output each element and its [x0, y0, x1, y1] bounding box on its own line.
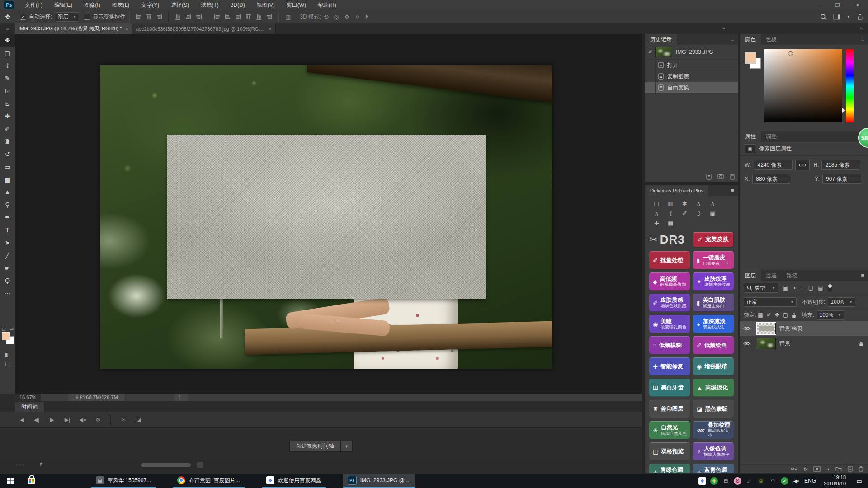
play-button[interactable]: ▶ — [44, 417, 60, 423]
menu-item[interactable]: 视图(V) — [251, 0, 281, 10]
menu-item[interactable]: 图像(I) — [78, 0, 106, 10]
foreground-color-swatch[interactable] — [745, 52, 756, 64]
photo-document[interactable] — [100, 65, 552, 369]
align-horizontal-centers-icon[interactable] — [146, 14, 152, 20]
taskbar-app-baidu-netdisk[interactable]: ❖ 欢迎使用百度网盘 — [262, 474, 326, 488]
3d-pan-icon[interactable]: ✥ — [344, 14, 349, 20]
baidu-netdisk-tray-icon[interactable]: ❖ — [698, 477, 706, 485]
dr-action-button[interactable]: ✚ 智能修复 — [649, 357, 690, 375]
dr-tool-icon[interactable]: ✱ — [678, 199, 692, 209]
start-button[interactable] — [0, 474, 21, 488]
3d-camera-icon[interactable]: ⏵ — [365, 13, 368, 20]
distribute-horizontal-centers-icon[interactable] — [255, 14, 262, 20]
layers-panel-tab[interactable]: 图层 — [740, 270, 761, 281]
align-right-edges-icon[interactable] — [156, 14, 163, 20]
qq-tray-icon[interactable]: ʘ — [734, 477, 741, 485]
next-frame-button[interactable]: ▶| — [60, 417, 75, 423]
history-snapshot-row[interactable]: ✐ IMG_2933.JPG — [645, 45, 738, 60]
taskbar-clock[interactable]: 19:18 2018/8/10 — [824, 474, 846, 487]
dr-action-button[interactable]: ◫ 双格预览 — [649, 442, 690, 460]
dr-action-button[interactable]: ◆ 高低频 低模糊高仿制 — [649, 272, 690, 291]
toolbar-tool[interactable]: ✚ — [0, 110, 15, 122]
toolbar-expand[interactable]: » — [0, 23, 15, 34]
collapse-panels-icon[interactable]: » — [722, 25, 725, 31]
3d-roll-icon[interactable]: ◎ — [334, 14, 339, 20]
add-layer-mask-icon[interactable] — [813, 466, 821, 472]
share-icon[interactable] — [857, 14, 863, 20]
align-top-edges-icon[interactable] — [175, 14, 181, 20]
layer-visibility-eye-icon[interactable] — [740, 336, 753, 351]
align-left-edges-icon[interactable] — [135, 14, 142, 20]
toolbar-tool[interactable]: ↺ — [0, 148, 15, 160]
layer-thumbnail[interactable] — [757, 338, 776, 349]
audio-mute-button[interactable]: ◀» — [75, 417, 90, 423]
x-position-field[interactable]: 880 像素 — [752, 174, 791, 184]
toolbar-tool[interactable]: ▆ — [0, 173, 15, 186]
history-state-row[interactable]: 复制图层 — [645, 71, 738, 82]
history-source-checkbox[interactable] — [645, 71, 656, 82]
filter-toggle-switch[interactable] — [828, 284, 832, 292]
delete-state-trash-icon[interactable] — [730, 174, 735, 180]
create-video-timeline-button[interactable]: 创建视频时间轴 ▼ — [289, 441, 353, 452]
toolbar-tool[interactable]: ℓ — [0, 59, 15, 72]
panel-menu-icon[interactable]: ≡ — [861, 34, 868, 45]
transition-button[interactable]: ◪ — [131, 417, 146, 423]
toolbar-tool[interactable]: ♜ — [0, 135, 15, 148]
close-icon[interactable]: × — [125, 26, 128, 32]
opacity-field[interactable]: 100% ▼ — [828, 297, 855, 307]
history-state-row[interactable]: 打开 — [645, 60, 738, 71]
dr-action-button[interactable]: ⋘ 叠加纹理 自动匹配大小 — [693, 421, 734, 439]
toolbar-tool[interactable]: T — [0, 224, 15, 236]
history-brush-source-icon[interactable]: ✐ — [645, 49, 655, 55]
link-dimensions-icon[interactable] — [795, 160, 810, 170]
window-control-button[interactable]: ✕ — [848, 0, 868, 10]
auto-select-checkbox[interactable]: ✓ — [20, 14, 26, 20]
taskbar-app-usb[interactable]: ▤ 覃风华 1505907... — [91, 474, 156, 488]
dr-tool-icon[interactable]: ▥ — [664, 199, 678, 209]
distribute-vertical-centers-icon[interactable] — [224, 14, 231, 20]
distribute-spacing-icon[interactable]: ▥ — [285, 14, 291, 20]
menu-item[interactable]: 图层(L) — [106, 0, 136, 10]
action-center-icon[interactable]: ▭ — [854, 478, 865, 484]
distribute-left-icon[interactable] — [245, 14, 252, 20]
y-position-field[interactable]: 907 像素 — [822, 174, 861, 184]
zoom-level-field[interactable]: 16.67% — [15, 394, 41, 401]
usb-eject-icon[interactable]: ▤ — [722, 477, 730, 485]
distribute-bottom-icon[interactable] — [235, 14, 241, 20]
new-group-folder-icon[interactable] — [835, 466, 842, 471]
dr-tool-icon[interactable]: ℓ — [664, 209, 678, 219]
toolbar-tool[interactable]: ▲ — [0, 186, 15, 198]
filter-smart-objects-icon[interactable]: ▤ — [818, 285, 823, 291]
menu-item[interactable]: 3D(D) — [225, 0, 251, 10]
filter-pixel-layers-icon[interactable]: ▣ — [783, 285, 788, 291]
dr-panel-tab[interactable]: Delicious Retouch Plus — [645, 185, 708, 196]
3d-rotate-icon[interactable]: ⟲ — [324, 14, 329, 20]
channels-panel-tab[interactable]: 通道 — [761, 270, 782, 281]
menu-item[interactable]: 文字(Y) — [135, 0, 165, 10]
input-language[interactable]: ENG — [804, 478, 816, 484]
timeline-tab[interactable]: 时间轴 — [15, 402, 44, 412]
show-transform-checkbox[interactable] — [84, 14, 90, 20]
blend-mode-dropdown[interactable]: 正常 ▼ — [744, 297, 797, 307]
panel-menu-icon[interactable]: ≡ — [861, 270, 868, 281]
lock-artboard-icon[interactable]: ▢ — [783, 312, 788, 318]
history-source-checkbox[interactable] — [645, 82, 656, 93]
new-layer-icon[interactable] — [848, 466, 853, 472]
filter-adjustment-layers-icon[interactable]: ◑ — [793, 285, 796, 291]
height-field[interactable]: 2185 像素 — [821, 160, 860, 170]
link-layers-icon[interactable] — [791, 467, 798, 471]
history-panel-tab[interactable]: 历史记录 — [645, 34, 677, 45]
layer-thumbnail[interactable] — [757, 323, 776, 334]
document-tab[interactable]: IMG_2933.JPG @ 16.7% (背景 拷贝, RGB/8) * × — [15, 23, 132, 34]
dr-tool-icon[interactable]: ✐ — [678, 209, 692, 219]
auto-select-dropdown[interactable]: 图层▼ — [55, 12, 79, 22]
status-options-chevron[interactable]: 〉 — [174, 394, 188, 401]
canvas-area[interactable] — [15, 34, 642, 394]
dr-action-button[interactable]: ◪ 黑色蒙版 — [693, 400, 734, 418]
swatches-panel-tab[interactable]: 色板 — [761, 34, 782, 45]
menu-item[interactable]: 帮助(H) — [312, 0, 342, 10]
properties-panel-tab[interactable]: 属性 — [740, 131, 761, 142]
pasted-fabric-layer[interactable] — [167, 135, 486, 299]
dr-action-button[interactable]: ✐ 皮肤质感 增加色域质感 — [649, 294, 690, 312]
dr-tool-icon[interactable]: ʌ — [692, 199, 706, 209]
